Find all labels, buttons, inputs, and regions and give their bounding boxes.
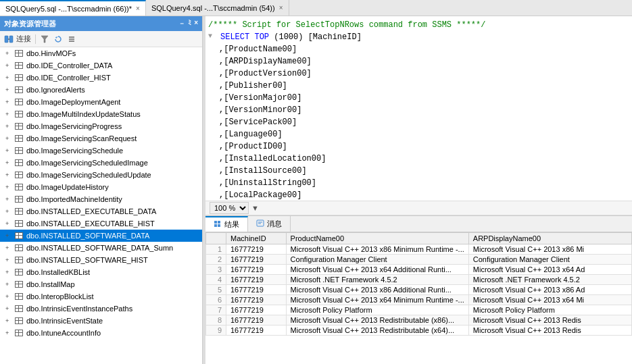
cell-6-3: Microsoft Policy Platform <box>468 305 631 315</box>
svg-marker-4 <box>55 36 58 38</box>
tree-item-15[interactable]: + dbo.INSTALLED_SOFTWARE_DATA <box>0 230 202 242</box>
tree-item-label: dbo.ImageDeploymentAgent <box>26 98 120 106</box>
zoom-dropdown-icon[interactable]: ▼ <box>251 204 259 212</box>
tree-item-1[interactable]: + dbo.IDE_Controller_DATA <box>0 59 202 72</box>
tab-query5-close[interactable]: × <box>136 5 140 12</box>
results-tab-label-0: 结果 <box>224 219 239 230</box>
table-row[interactable]: 616777219Microsoft Visual C++ 2013 x64 M… <box>206 295 632 305</box>
tree-item-10[interactable]: + dbo.ImageServicingScheduledUpdate <box>0 169 202 181</box>
table-row[interactable]: 716777219Microsoft Policy PlatformMicros… <box>206 305 632 315</box>
cell-8-0: 9 <box>206 326 226 336</box>
tree-item-9[interactable]: + dbo.ImageServicingScheduledImage <box>0 157 202 169</box>
zoom-bar: 100 % 75 % 125 % 150 % ▼ <box>205 201 632 215</box>
results-tab-1[interactable]: 消息 <box>248 216 291 232</box>
table-icon <box>14 73 24 82</box>
expand-icon: + <box>5 123 14 130</box>
tree-item-8[interactable]: + dbo.ImageServicingSchedule <box>0 145 202 157</box>
code-text: ,[VersionMinor00] <box>208 104 301 116</box>
expand-icon: + <box>5 184 14 190</box>
expand-icon: + <box>5 269 14 276</box>
tree-item-0[interactable]: + dbo.HinvMOFs <box>0 47 202 59</box>
tree-item-20[interactable]: + dbo.InteropBlockList <box>0 290 202 303</box>
code-text: ,[Language00] <box>208 128 283 140</box>
expand-icon: + <box>5 74 14 81</box>
tree-item-11[interactable]: + dbo.ImageUpdateHistory <box>0 181 202 193</box>
tree-item-label: dbo.IDE_Controller_HIST <box>26 74 111 82</box>
tree-item-23[interactable]: + dbo.IntuneAccountInfo <box>0 327 202 339</box>
table-row[interactable]: 516777219Microsoft Visual C++ 2013 x86 A… <box>206 285 632 295</box>
connect-button[interactable] <box>3 33 15 45</box>
code-text: /***** Script for SelectTopNRows command… <box>208 19 485 31</box>
tree-item-label: dbo.ImageServicingScheduledImage <box>26 159 148 167</box>
tab-query5[interactable]: SQLQuery5.sql -...T\sccmadmin (66))* × <box>0 0 146 16</box>
table-icon <box>14 328 24 338</box>
tree-item-label: dbo.INSTALLED_SOFTWARE_DATA <box>26 232 149 240</box>
panel-float-btn[interactable]: ﾐ <box>188 19 191 28</box>
tree-item-label: dbo.ImageServicingScanRequest <box>26 134 137 142</box>
tree-item-13[interactable]: + dbo.INSTALLED_EXECUTABLE_DATA <box>0 205 202 217</box>
cell-2-1: 16777219 <box>226 265 287 275</box>
cell-3-2: Microsoft .NET Framework 4.5.2 <box>286 275 468 285</box>
table-icon <box>14 61 24 70</box>
table-row[interactable]: 116777219Microsoft Visual C++ 2013 x86 M… <box>206 244 632 255</box>
tree-item-21[interactable]: + dbo.IntrinsicEventInstancePaths <box>0 303 202 315</box>
code-line-3: ,[ARPDisplayName00] <box>208 55 629 68</box>
tab-query4-label: SQLQuery4.sql -...T\sccmadmin (54)) <box>151 4 275 12</box>
expand-icon: + <box>5 99 14 105</box>
cell-2-3: Microsoft Visual C++ 2013 x64 Ad <box>468 265 631 275</box>
tab-icon-0 <box>214 220 222 230</box>
tree-item-14[interactable]: + dbo.INSTALLED_EXECUTABLE_HIST <box>0 217 202 230</box>
tree-item-18[interactable]: + dbo.InstalledKBList <box>0 266 202 278</box>
zoom-select[interactable]: 100 % 75 % 125 % 150 % <box>210 202 249 214</box>
table-row[interactable]: 316777219Microsoft Visual C++ 2013 x64 A… <box>206 265 632 275</box>
expand-icon: + <box>5 317 14 324</box>
tree-item-2[interactable]: + dbo.IDE_Controller_HIST <box>0 72 202 84</box>
options-btn[interactable] <box>66 33 78 45</box>
col-header-1: MachineID <box>226 233 287 244</box>
tree-item-4[interactable]: + dbo.ImageDeploymentAgent <box>0 96 202 108</box>
table-icon <box>14 267 24 277</box>
expand-icon: + <box>5 135 14 142</box>
tab-query4-close[interactable]: × <box>279 4 283 11</box>
table-row[interactable]: 816777219Microsoft Visual C++ 2013 Redis… <box>206 315 632 326</box>
code-line-14: ,[LocalPackage00] <box>208 189 629 201</box>
cell-4-2: Microsoft Visual C++ 2013 x86 Additional… <box>286 285 468 295</box>
svg-rect-1 <box>9 36 13 43</box>
tree-item-22[interactable]: + dbo.IntrinsicEventState <box>0 315 202 327</box>
panel-title-bar: 对象资源管理器 － ﾐ × <box>0 16 202 31</box>
code-line-4: ,[ProductVersion00] <box>208 68 629 80</box>
cell-5-1: 16777219 <box>226 295 287 305</box>
tree-item-7[interactable]: + dbo.ImageServicingScanRequest <box>0 132 202 145</box>
table-row[interactable]: 916777219Microsoft Visual C++ 2013 Redis… <box>206 326 632 336</box>
expand-icon: + <box>5 208 14 215</box>
cell-7-2: Microsoft Visual C++ 2013 Redistributabl… <box>286 315 468 326</box>
tree-item-17[interactable]: + dbo.INSTALLED_SOFTWARE_HIST <box>0 254 202 266</box>
tree-item-label: dbo.INSTALLED_EXECUTABLE_DATA <box>26 207 156 215</box>
panel-close-btn[interactable]: × <box>194 19 198 28</box>
tree-item-3[interactable]: + dbo.IgnoredAlerts <box>0 84 202 96</box>
refresh-btn[interactable] <box>52 33 64 45</box>
tab-query4[interactable]: SQLQuery4.sql -...T\sccmadmin (54)) × <box>146 0 289 16</box>
code-text: ,[Publisher00] <box>208 80 287 92</box>
cell-2-2: Microsoft Visual C++ 2013 x64 Additional… <box>286 265 468 275</box>
expand-icon: + <box>5 232 14 239</box>
results-tab-0[interactable]: 结果 <box>205 216 248 232</box>
tree-area[interactable]: + dbo.HinvMOFs + dbo.IDE_Controller_DATA… <box>0 47 202 364</box>
table-row[interactable]: 216777219Configuration Manager ClientCon… <box>206 255 632 265</box>
tree-item-label: dbo.HinvMOFs <box>26 49 76 57</box>
results-table-container[interactable]: MachineIDProductName00ARPDisplayName0011… <box>205 232 632 364</box>
tree-item-16[interactable]: + dbo.INSTALLED_SOFTWARE_DATA_Sumn <box>0 242 202 254</box>
tree-item-6[interactable]: + dbo.ImageServicingProgress <box>0 120 202 132</box>
tree-item-label: dbo.InteropBlockList <box>26 292 94 301</box>
cell-1-1: 16777219 <box>226 255 287 265</box>
tree-item-5[interactable]: + dbo.ImageMultiIndexUpdateStatus <box>0 108 202 120</box>
col-header-2: ProductName00 <box>286 233 468 244</box>
table-row[interactable]: 416777219Microsoft .NET Framework 4.5.2M… <box>206 275 632 285</box>
tree-item-12[interactable]: + dbo.ImportedMachineIdentity <box>0 193 202 205</box>
cell-5-2: Microsoft Visual C++ 2013 x64 Minimum Ru… <box>286 295 468 305</box>
filter-btn[interactable] <box>39 33 51 45</box>
tree-item-label: dbo.IntrinsicEventState <box>26 317 103 325</box>
editor-content[interactable]: /***** Script for SelectTopNRows command… <box>205 16 632 201</box>
panel-pin-btn[interactable]: － <box>178 19 185 28</box>
tree-item-19[interactable]: + dbo.InstallMap <box>0 278 202 290</box>
